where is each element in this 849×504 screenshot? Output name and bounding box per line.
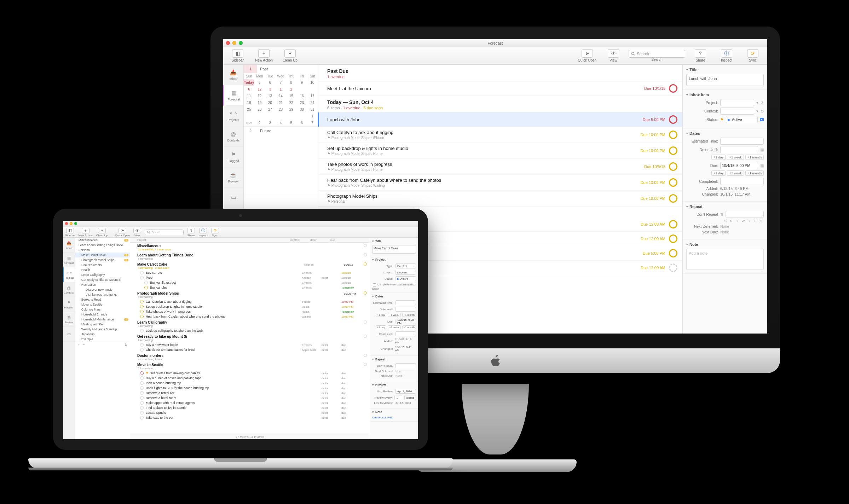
- cal-days[interactable]: Today56789106123121112131415161718192021…: [244, 79, 318, 126]
- cal-day[interactable]: 7: [307, 120, 318, 126]
- repeat-field[interactable]: [726, 211, 764, 218]
- task-row[interactable]: Photograph Model Ships⚑ PersonalDue 10:0…: [318, 191, 682, 207]
- completed-field[interactable]: [720, 178, 764, 185]
- outline-row[interactable]: ⚑Get quotes from moving companiesdeferdu…: [130, 371, 370, 376]
- share-button[interactable]: ⇪Share: [187, 228, 195, 237]
- outline-row[interactable]: Take photos of work in progressHomeTomor…: [130, 309, 370, 314]
- cal-day[interactable]: 4: [276, 120, 286, 126]
- cal-day[interactable]: 30: [296, 106, 307, 113]
- project-header[interactable]: Get ready to hike up Mount Si2 remaining: [130, 333, 370, 342]
- insp-inbox-header[interactable]: Inbox Item: [686, 93, 764, 97]
- status-circle[interactable]: [140, 348, 144, 352]
- status-field[interactable]: ▶Active: [726, 116, 758, 123]
- status-circle[interactable]: [140, 343, 144, 347]
- cal-day[interactable]: 13: [265, 93, 276, 99]
- view-button[interactable]: 👁View: [602, 49, 624, 62]
- cal-day[interactable]: 25: [244, 106, 254, 113]
- project-header[interactable]: Learn Calligraphy1 remaining: [130, 319, 370, 328]
- complete-when-checkbox[interactable]: [373, 283, 376, 286]
- outline-row[interactable]: Locate Spud'sdeferdue: [130, 410, 370, 415]
- date-chip[interactable]: +1 month: [402, 325, 416, 329]
- gear-icon[interactable]: ⚙: [125, 343, 128, 347]
- cal-day[interactable]: 20: [265, 99, 276, 106]
- status-circle[interactable]: [669, 115, 677, 124]
- add-icon[interactable]: ＋: [77, 342, 81, 347]
- cal-day[interactable]: 3: [265, 120, 276, 126]
- cal-day[interactable]: 17: [307, 93, 318, 99]
- cal-day[interactable]: [276, 113, 286, 120]
- insp-note-header[interactable]: Note: [686, 242, 764, 247]
- task-row[interactable]: Set up backdrop & lights in home studio⚑…: [318, 143, 682, 159]
- cal-day[interactable]: 8: [286, 79, 296, 86]
- status-circle[interactable]: [140, 391, 144, 395]
- completed-field[interactable]: [395, 331, 416, 336]
- sidebar-item[interactable]: Household Errands: [75, 312, 130, 317]
- perspective-review[interactable]: ☕Review: [63, 312, 75, 327]
- status-circle[interactable]: [669, 178, 677, 187]
- cal-day[interactable]: 3: [265, 86, 276, 93]
- cal-day[interactable]: 21: [276, 99, 286, 106]
- perspective-flagged[interactable]: ⚑Flagged: [63, 297, 75, 312]
- est-time-field[interactable]: [720, 138, 764, 145]
- sync-button[interactable]: ⟳Sync: [211, 228, 219, 237]
- perspective-more[interactable]: ▭: [223, 188, 243, 208]
- perspective-inbox[interactable]: 📥Inbox: [223, 65, 243, 85]
- cal-day[interactable]: 24: [307, 99, 318, 106]
- close-icon[interactable]: [226, 41, 230, 45]
- perspective-projects[interactable]: ⚬⚬Projects: [223, 106, 243, 126]
- status-circle[interactable]: [140, 300, 144, 303]
- new-action-button[interactable]: ＋New Action: [253, 49, 275, 62]
- status-circle[interactable]: [140, 401, 144, 405]
- cal-day[interactable]: 6: [265, 79, 276, 86]
- status-circle[interactable]: [140, 315, 144, 318]
- status-circle[interactable]: [140, 310, 144, 313]
- cal-day[interactable]: 23: [296, 99, 307, 106]
- date-chip[interactable]: +1 month: [745, 170, 764, 176]
- cal-day[interactable]: 11: [244, 93, 254, 99]
- traffic-lights[interactable]: [226, 41, 243, 45]
- outline-row[interactable]: PrepKitchendefer10/6/15: [130, 275, 370, 280]
- sidebar-item[interactable]: Discover new music: [75, 287, 130, 292]
- cal-day[interactable]: 14: [276, 93, 286, 99]
- quick-open-button[interactable]: ➤Quick Open: [115, 228, 130, 237]
- sidebar-item[interactable]: Weekly All-Hands Standup: [75, 327, 130, 332]
- sidebar-item[interactable]: Recreation: [75, 282, 130, 287]
- outline-row[interactable]: Make appts with real estate agentsdeferd…: [130, 400, 370, 405]
- note-field[interactable]: Add a note: [686, 249, 764, 270]
- next-review-field[interactable]: Apr 1, 2016: [395, 389, 416, 394]
- insp-dates-header[interactable]: Dates: [686, 131, 764, 135]
- sidebar-button[interactable]: ◧Sidebar: [227, 49, 249, 62]
- cal-day[interactable]: [244, 113, 254, 120]
- outline-row[interactable]: Buy carrotsErrands10/6/15: [130, 270, 370, 275]
- outline-row[interactable]: Reserve a hotel roomdeferdue: [130, 395, 370, 400]
- zoom-icon[interactable]: [239, 41, 243, 45]
- status-circle[interactable]: [140, 411, 144, 415]
- outline-row[interactable]: Buy a new water bottleErrandsdeferdue: [130, 342, 370, 347]
- due-field[interactable]: 10/6/15, 5:00 PM: [395, 319, 416, 324]
- insp-project-header[interactable]: Project: [372, 258, 416, 261]
- date-chip[interactable]: +1 month: [745, 155, 764, 160]
- status-circle[interactable]: [140, 271, 144, 274]
- inspect-button[interactable]: ⓘInspect: [198, 228, 208, 237]
- status-circle[interactable]: [140, 416, 144, 419]
- outline-row[interactable]: Look up calligraphy teachers on the web: [130, 328, 370, 333]
- date-chip[interactable]: +1 week: [727, 155, 744, 160]
- defer-field[interactable]: [720, 146, 758, 153]
- status-circle[interactable]: [140, 371, 144, 375]
- repeat-field[interactable]: [395, 363, 416, 368]
- quick-open-button[interactable]: ➤Quick Open: [576, 49, 598, 62]
- status-circle[interactable]: [140, 276, 144, 279]
- cal-day[interactable]: [307, 86, 318, 93]
- insp-title-header[interactable]: Title: [686, 68, 764, 72]
- status-circle[interactable]: [140, 381, 144, 385]
- flag-icon[interactable]: ⚑: [720, 117, 724, 122]
- cal-day[interactable]: 31: [307, 106, 318, 113]
- defer-field[interactable]: [395, 307, 416, 312]
- cal-day[interactable]: 2: [286, 86, 296, 93]
- cal-day[interactable]: 5: [254, 79, 265, 86]
- search-input[interactable]: Search: [145, 230, 184, 235]
- status-circle[interactable]: [140, 406, 144, 410]
- date-chip[interactable]: +1 week: [388, 325, 400, 329]
- insp-review-header[interactable]: Review: [372, 383, 416, 387]
- sidebar-item[interactable]: Books to Read: [75, 297, 130, 302]
